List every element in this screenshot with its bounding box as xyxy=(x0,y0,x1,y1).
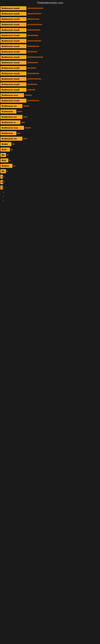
bottleneck-badge: Bottleneck result xyxy=(0,98,26,103)
bottleneck-badge: Bott xyxy=(0,158,8,162)
list-item: Bottleneck result xyxy=(0,49,100,54)
list-item: Bottleneck re xyxy=(0,120,100,125)
list-item: Bottleneck result xyxy=(0,60,100,65)
list-item: Bottleneck result xyxy=(0,98,100,103)
bar-indicator xyxy=(27,8,43,9)
list-item: Bottleneck result xyxy=(0,66,100,71)
bottleneck-badge: Bottlen xyxy=(0,164,12,168)
list-item: Bottleneck resu xyxy=(0,125,100,130)
bar-indicator xyxy=(25,94,32,96)
list-item: Bottleneck result xyxy=(0,16,100,22)
bottleneck-badge: Bottleneck result xyxy=(0,66,26,70)
bar-indicator xyxy=(27,24,42,25)
bar-indicator xyxy=(27,46,39,47)
bar-indicator xyxy=(13,165,15,166)
bar-indicator xyxy=(21,122,25,123)
bottleneck-badge: Bottleneck res xyxy=(0,137,22,141)
bar-indicator xyxy=(3,196,3,197)
bar-indicator xyxy=(27,78,41,80)
list-item: Bottle xyxy=(0,142,100,147)
bottleneck-badge: | xyxy=(0,175,3,179)
bar-indicator xyxy=(27,84,37,85)
list-item: Bottleneck xyxy=(0,130,100,136)
list-item: | xyxy=(0,174,100,179)
bottleneck-badge: Bottleneck result xyxy=(0,72,26,76)
bottleneck-badge: Bottleneck result xyxy=(0,82,26,86)
list-item: | xyxy=(0,185,100,190)
bottleneck-badge: B xyxy=(0,180,3,184)
bar-indicator xyxy=(3,176,4,177)
list-item: Bottlen xyxy=(0,163,100,168)
list-item: Bottleneck res xyxy=(0,114,100,120)
list-item: Bottleneck resu xyxy=(0,92,100,98)
bar-indicator xyxy=(11,149,13,150)
bottleneck-badge: Bottleneck result xyxy=(0,50,26,54)
bar-indicator xyxy=(27,13,41,14)
bar-indicator xyxy=(27,18,39,20)
list-item: Bottleneck xyxy=(0,109,100,114)
bar-indicator xyxy=(27,73,39,74)
bottleneck-badge: Bottleneck result xyxy=(0,34,26,38)
bar-indicator xyxy=(17,111,22,112)
bar-indicator xyxy=(23,138,27,139)
bottleneck-badge: Bottleneck re xyxy=(0,120,20,124)
bottleneck-badge: Bottleneck resu xyxy=(0,126,24,130)
bar-indicator xyxy=(7,171,8,172)
bottleneck-badge: Bottle xyxy=(0,142,11,146)
list-item: Bo xyxy=(0,152,100,158)
list-item: Bottleneck result xyxy=(0,38,100,44)
bottleneck-badge: Bottleneck result xyxy=(0,77,26,81)
bottleneck-badge: Bottleneck xyxy=(0,131,16,135)
list-item xyxy=(0,190,100,194)
list-item: Bo xyxy=(0,169,100,174)
bar-indicator xyxy=(3,200,3,202)
bar-indicator xyxy=(12,144,15,145)
bar-indicator xyxy=(27,62,38,63)
list-item: Bott xyxy=(0,158,100,163)
bottleneck-badge: Bottleneck result xyxy=(0,55,26,59)
bar-indicator xyxy=(3,187,4,188)
site-title: TheBottlenecker.com xyxy=(37,1,63,4)
list-item: Bottleneck result xyxy=(0,33,100,38)
bar-indicator xyxy=(27,100,39,101)
bar-indicator xyxy=(3,192,4,193)
items-container: Bottleneck resultBottleneck resultBottle… xyxy=(0,5,100,204)
bottleneck-badge: Bottleneck result xyxy=(0,88,26,92)
bottleneck-badge: Bottleneck result xyxy=(0,60,26,64)
bar-indicator xyxy=(23,116,27,118)
list-item: Bottleneck result xyxy=(0,22,100,27)
bar-indicator xyxy=(27,68,36,69)
bottleneck-badge: | xyxy=(0,186,3,190)
bar-indicator xyxy=(27,30,40,30)
bottleneck-badge: Bottleneck result xyxy=(0,12,26,16)
list-item: Bottleneck result xyxy=(0,6,100,11)
bottleneck-badge: Bo xyxy=(0,169,6,173)
bar-indicator xyxy=(25,127,31,128)
bottleneck-badge: Bottleneck result xyxy=(0,22,26,26)
bar-indicator xyxy=(27,40,41,42)
bottleneck-badge: Bottleneck result xyxy=(0,44,26,48)
bar-indicator xyxy=(27,35,38,36)
bar-indicator xyxy=(27,89,35,90)
bottleneck-badge: Bottleneck result xyxy=(0,28,26,32)
list-item: Bottleneck result xyxy=(0,76,100,82)
list-item: Bottleneck result xyxy=(0,11,100,16)
list-item: Bottleneck result xyxy=(0,44,100,49)
bar-indicator xyxy=(17,132,20,134)
bar-indicator xyxy=(4,182,4,183)
bar-indicator xyxy=(7,154,8,156)
bottleneck-badge: Bottleneck result xyxy=(0,39,26,43)
bottleneck-badge: Bottleneck result xyxy=(0,17,26,21)
bottleneck-badge: Bottleneck res xyxy=(0,104,22,108)
bottleneck-badge: Bottl xyxy=(0,148,10,152)
list-item: Bottleneck res xyxy=(0,104,100,109)
list-item: Bottleneck result xyxy=(0,54,100,60)
list-item: Bottleneck result xyxy=(0,27,100,32)
list-item xyxy=(0,199,100,203)
list-item: Bottleneck result xyxy=(0,87,100,92)
bottleneck-badge: Bottleneck xyxy=(0,110,16,114)
list-item: Bottl xyxy=(0,147,100,152)
list-item: Bottleneck result xyxy=(0,71,100,76)
page-header: TheBottlenecker.com xyxy=(0,0,100,5)
bar-indicator xyxy=(27,51,37,52)
